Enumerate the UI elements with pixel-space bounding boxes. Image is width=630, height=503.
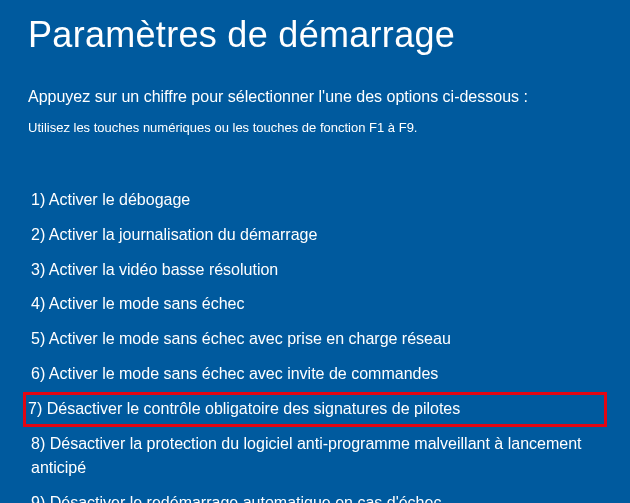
option-number: 6)	[31, 365, 45, 382]
option-8[interactable]: 8) Désactiver la protection du logiciel …	[28, 427, 602, 487]
option-number: 5)	[31, 330, 45, 347]
page-title: Paramètres de démarrage	[28, 14, 602, 56]
option-4[interactable]: 4) Activer le mode sans échec	[28, 287, 602, 322]
option-6[interactable]: 6) Activer le mode sans échec avec invit…	[28, 357, 602, 392]
option-number: 3)	[31, 261, 45, 278]
option-label: Désactiver le contrôle obligatoire des s…	[47, 400, 461, 417]
startup-settings-screen: Paramètres de démarrage Appuyez sur un c…	[0, 0, 630, 503]
option-label: Activer la journalisation du démarrage	[49, 226, 318, 243]
options-list: 1) Activer le débogage 2) Activer la jou…	[28, 183, 602, 503]
option-1[interactable]: 1) Activer le débogage	[28, 183, 602, 218]
option-label: Désactiver le redémarrage automatique en…	[50, 494, 442, 503]
instruction-text: Appuyez sur un chiffre pour sélectionner…	[28, 88, 602, 106]
option-number: 9)	[31, 494, 45, 503]
option-7[interactable]: 7) Désactiver le contrôle obligatoire de…	[23, 392, 607, 427]
option-number: 2)	[31, 226, 45, 243]
option-number: 7)	[28, 400, 42, 417]
option-3[interactable]: 3) Activer la vidéo basse résolution	[28, 253, 602, 288]
option-label: Désactiver la protection du logiciel ant…	[31, 435, 582, 477]
hint-text: Utilisez les touches numériques ou les t…	[28, 120, 602, 135]
option-number: 1)	[31, 191, 45, 208]
option-number: 8)	[31, 435, 45, 452]
option-9[interactable]: 9) Désactiver le redémarrage automatique…	[28, 486, 602, 503]
option-number: 4)	[31, 295, 45, 312]
option-5[interactable]: 5) Activer le mode sans échec avec prise…	[28, 322, 602, 357]
option-label: Activer le mode sans échec avec invite d…	[49, 365, 439, 382]
option-label: Activer le débogage	[49, 191, 190, 208]
option-label: Activer le mode sans échec	[49, 295, 245, 312]
option-label: Activer le mode sans échec avec prise en…	[49, 330, 451, 347]
option-label: Activer la vidéo basse résolution	[49, 261, 278, 278]
option-2[interactable]: 2) Activer la journalisation du démarrag…	[28, 218, 602, 253]
